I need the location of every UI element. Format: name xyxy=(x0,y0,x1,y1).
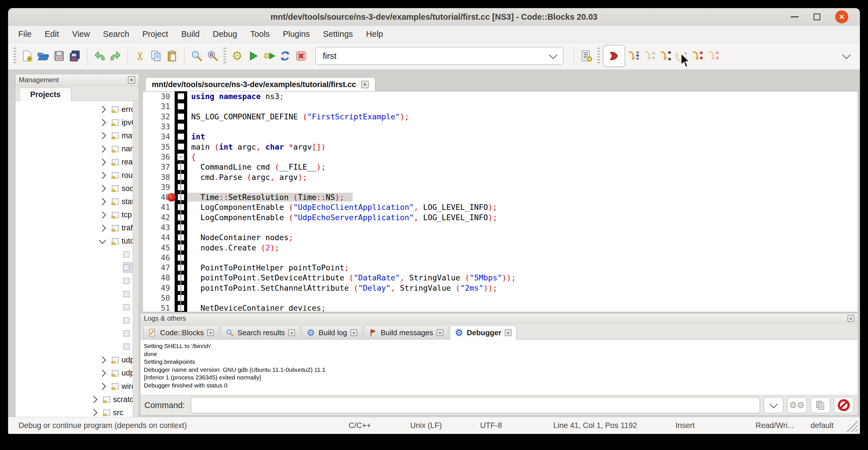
step-into-instruction-button[interactable] xyxy=(705,47,721,65)
fold-margin[interactable] xyxy=(175,242,187,252)
compiler-options-button[interactable] xyxy=(578,47,594,65)
paste-button[interactable] xyxy=(164,47,180,65)
chevron-right-icon[interactable] xyxy=(99,106,106,113)
close-icon[interactable]: × xyxy=(361,81,369,88)
close-icon[interactable]: × xyxy=(437,329,443,336)
menu-tools[interactable]: Tools xyxy=(244,26,276,42)
tree-item-wire[interactable]: wire xyxy=(16,380,139,393)
undo-button[interactable] xyxy=(92,47,107,65)
rebuild-button[interactable] xyxy=(277,47,293,65)
tree-item-udp[interactable]: udp xyxy=(16,354,139,367)
run-to-cursor-button[interactable] xyxy=(625,47,641,65)
fold-margin[interactable] xyxy=(175,283,187,293)
close-icon[interactable]: × xyxy=(350,329,357,336)
line-number[interactable]: 45 xyxy=(143,243,175,252)
tree-item-he[interactable]: he xyxy=(16,288,139,301)
chevron-right-icon[interactable] xyxy=(99,132,106,139)
chevron-right-icon[interactable] xyxy=(99,224,106,232)
tree-item-se[interactable]: se xyxy=(16,301,139,314)
fold-collapse-icon[interactable]: − xyxy=(177,153,184,160)
fold-margin[interactable] xyxy=(175,192,187,202)
tree-item-stat[interactable]: stat xyxy=(16,195,139,208)
command-input[interactable] xyxy=(191,397,760,414)
menu-view[interactable]: View xyxy=(66,26,96,42)
close-icon[interactable]: × xyxy=(207,329,214,336)
line-number[interactable]: 30 xyxy=(143,92,175,101)
fold-margin[interactable] xyxy=(175,172,187,182)
tree-item-six[interactable]: six xyxy=(16,327,139,340)
line-number[interactable]: 47 xyxy=(143,263,175,272)
fold-margin[interactable] xyxy=(175,122,187,132)
command-history-dropdown[interactable] xyxy=(764,397,783,414)
title-bar[interactable]: mnt/dev/tools/source/ns-3-dev/examples/t… xyxy=(8,8,860,26)
chevron-right-icon[interactable] xyxy=(90,409,97,416)
toolbar-overflow-chevron[interactable] xyxy=(842,51,851,59)
chevron-right-icon[interactable] xyxy=(90,396,97,403)
tab-build-log[interactable]: ⚙Build log× xyxy=(302,325,362,340)
toolbar-grip[interactable] xyxy=(13,48,16,64)
menu-help[interactable]: Help xyxy=(360,26,390,42)
tree-item-udp-[interactable]: udp- xyxy=(16,367,139,380)
line-number[interactable]: 41 xyxy=(143,203,175,212)
tree-item-th[interactable]: th xyxy=(16,340,139,353)
line-number[interactable]: 37 xyxy=(143,162,175,171)
resize-grip[interactable] xyxy=(845,419,858,432)
fold-margin[interactable] xyxy=(175,182,187,192)
fold-margin[interactable] xyxy=(175,303,187,312)
chevron-down-icon[interactable] xyxy=(99,237,106,244)
line-number[interactable]: 38 xyxy=(143,173,175,182)
close-icon[interactable]: × xyxy=(288,329,295,336)
copy-button[interactable] xyxy=(148,47,164,65)
fold-margin[interactable] xyxy=(175,253,187,263)
close-icon[interactable]: × xyxy=(128,76,135,84)
line-number[interactable]: 48 xyxy=(143,273,175,282)
tree-item-sock[interactable]: sock xyxy=(16,182,139,195)
tree-item-mat[interactable]: mat xyxy=(16,129,139,142)
line-number[interactable]: 34 xyxy=(143,132,175,141)
debugger-settings-button[interactable]: ⚙⚙ xyxy=(787,397,807,414)
debug-continue-button[interactable] xyxy=(603,45,625,67)
chevron-right-icon[interactable] xyxy=(99,119,106,126)
fold-margin[interactable] xyxy=(175,142,187,152)
line-number[interactable]: 39 xyxy=(143,183,175,191)
open-file-button[interactable] xyxy=(35,47,51,65)
fold-margin[interactable] xyxy=(175,212,187,222)
close-icon[interactable]: × xyxy=(847,315,854,322)
line-number[interactable]: 46 xyxy=(143,253,175,262)
menu-plugins[interactable]: Plugins xyxy=(276,26,316,42)
tree-item-tuto[interactable]: tuto xyxy=(16,235,139,248)
breakpoint-icon[interactable] xyxy=(167,193,176,202)
fold-margin[interactable] xyxy=(175,222,187,233)
management-caption[interactable]: Management × xyxy=(16,74,139,86)
next-line-button[interactable] xyxy=(641,47,657,65)
tab-search-results[interactable]: Search results× xyxy=(221,325,300,340)
copy-log-button[interactable] xyxy=(810,397,830,414)
chevron-right-icon[interactable] xyxy=(99,198,106,205)
build-and-run-button[interactable]: ⚙ xyxy=(261,47,277,65)
menu-search[interactable]: Search xyxy=(96,26,136,42)
line-number[interactable]: 44 xyxy=(143,233,175,242)
tab-build-messages[interactable]: Build messages× xyxy=(364,325,448,340)
editor-tab[interactable]: mnt/dev/tools/source/ns-3-dev/examples/t… xyxy=(145,78,375,91)
fold-margin[interactable] xyxy=(175,91,187,101)
code-editor[interactable]: 30using namespace ns3;3132NS_LOG_COMPONE… xyxy=(143,91,858,312)
minimize-button[interactable] xyxy=(791,16,799,18)
menu-settings[interactable]: Settings xyxy=(316,26,360,42)
tab-projects[interactable]: Projects xyxy=(20,88,71,101)
chevron-right-icon[interactable] xyxy=(99,356,106,363)
redo-button[interactable] xyxy=(107,47,124,65)
tree-item-traff[interactable]: traff xyxy=(16,221,139,235)
line-number[interactable]: 51 xyxy=(143,303,175,312)
debugger-log[interactable]: Setting SHELL to '/bin/sh'doneSetting br… xyxy=(141,340,858,395)
fold-margin[interactable] xyxy=(175,233,187,242)
tree-item-se[interactable]: se xyxy=(16,314,139,327)
project-tree[interactable]: erroipv6matnamreallroutsockstattcptrafft… xyxy=(16,101,139,417)
step-into-button[interactable] xyxy=(657,47,673,65)
line-number[interactable]: 42 xyxy=(143,213,175,222)
menu-build[interactable]: Build xyxy=(175,26,206,42)
new-file-button[interactable] xyxy=(19,47,35,65)
tree-item-scratch[interactable]: scratch xyxy=(16,393,139,406)
line-number[interactable]: 43 xyxy=(143,223,175,232)
tree-item-erro[interactable]: erro xyxy=(16,103,139,116)
tree-item-nam[interactable]: nam xyxy=(16,143,139,156)
